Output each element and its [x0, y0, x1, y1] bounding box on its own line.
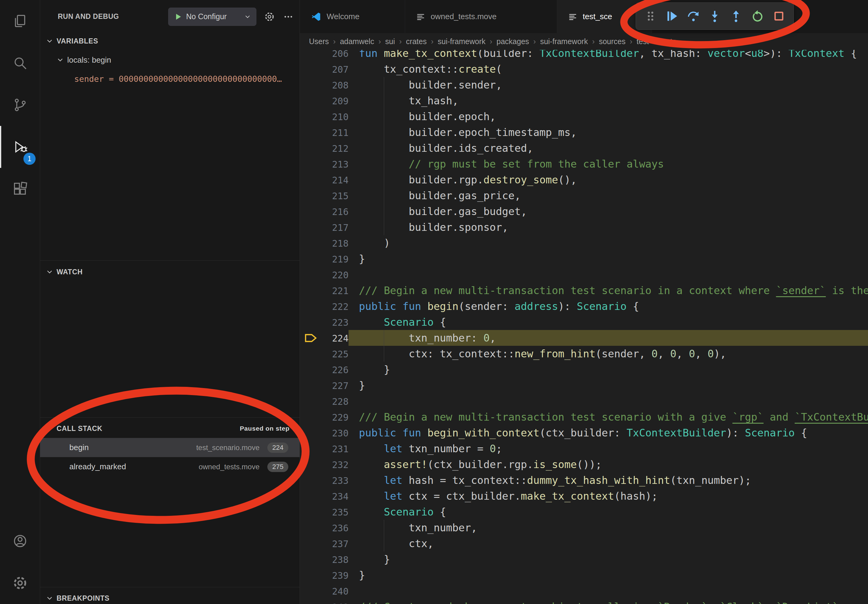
code-text[interactable]: /// Begin a new multi-transaction test s…: [349, 283, 868, 298]
code-text[interactable]: let txn_number = 0;: [349, 441, 868, 457]
code-text[interactable]: txn_number,: [349, 520, 868, 536]
gutter[interactable]: 228: [300, 393, 349, 409]
gutter[interactable]: 233: [300, 472, 349, 488]
gutter[interactable]: 237: [300, 536, 349, 551]
gutter[interactable]: 209: [300, 93, 349, 108]
gutter[interactable]: 231: [300, 441, 349, 457]
activity-item-settings[interactable]: [0, 562, 40, 604]
activity-item-source-control[interactable]: [0, 84, 40, 126]
activity-item-search[interactable]: [0, 42, 40, 84]
breadcrumb-item[interactable]: crates: [406, 37, 427, 46]
code-text[interactable]: builder.ids_created,: [349, 140, 868, 156]
code-text[interactable]: }: [349, 567, 868, 583]
callstack-frame-already-marked[interactable]: already_marked owned_tests.move 275: [40, 457, 299, 476]
call-stack-section-header[interactable]: CALL STACK Paused on step: [40, 419, 299, 438]
breadcrumb-item[interactable]: te: [660, 37, 677, 46]
variable-row[interactable]: sender = 0000000000000000000000000000000…: [40, 69, 299, 88]
stop-button[interactable]: [770, 7, 787, 25]
gutter[interactable]: 225: [300, 346, 349, 362]
gutter[interactable]: 241: [300, 599, 349, 604]
gutter[interactable]: 232: [300, 457, 349, 472]
views-more-actions-button[interactable]: [279, 7, 298, 26]
gutter[interactable]: 230: [300, 425, 349, 441]
code-text[interactable]: fun make_tx_context(builder: TxContextBu…: [349, 50, 868, 61]
gutter[interactable]: 221: [300, 283, 349, 298]
watch-section-header[interactable]: WATCH: [40, 262, 299, 281]
code-text[interactable]: }: [349, 362, 868, 378]
breadcrumb-item[interactable]: test: [637, 37, 649, 46]
gutter[interactable]: 217: [300, 219, 349, 235]
gutter[interactable]: 219: [300, 251, 349, 267]
activity-item-run-and-debug[interactable]: 1: [0, 126, 40, 168]
code-text[interactable]: tx_context::create(: [349, 61, 868, 77]
gutter[interactable]: 236: [300, 520, 349, 536]
code-text[interactable]: builder.sponsor,: [349, 219, 868, 235]
gutter[interactable]: 220: [300, 267, 349, 283]
code-text[interactable]: ): [349, 235, 868, 251]
gutter[interactable]: 210: [300, 108, 349, 124]
code-text[interactable]: }: [349, 251, 868, 267]
code-text[interactable]: txn_number: 0,: [349, 330, 868, 346]
code-text[interactable]: public fun begin(sender: address): Scena…: [349, 298, 868, 314]
gutter[interactable]: 222: [300, 298, 349, 314]
code-text[interactable]: assert!(ctx_builder.rgp.is_some());: [349, 457, 868, 472]
variables-section-header[interactable]: VARIABLES: [40, 32, 299, 51]
tab-owned-tests-move[interactable]: owned_tests.move: [405, 0, 557, 33]
breadcrumb-item[interactable]: Users: [309, 37, 329, 46]
gutter[interactable]: 224: [300, 330, 349, 346]
code-text[interactable]: [349, 267, 868, 283]
code-text[interactable]: [349, 393, 868, 409]
code-text[interactable]: builder.gas_price,: [349, 187, 868, 203]
gutter[interactable]: 229: [300, 409, 349, 425]
breadcrumb-item[interactable]: adamwelc: [340, 37, 374, 46]
code-text[interactable]: let hash = tx_context::dummy_tx_hash_wit…: [349, 472, 868, 488]
gutter[interactable]: 208: [300, 77, 349, 93]
callstack-frame-begin[interactable]: begin test_scenario.move 224: [40, 438, 299, 457]
gutter[interactable]: 238: [300, 551, 349, 567]
code-text[interactable]: let ctx = ctx_builder.make_tx_context(ha…: [349, 488, 868, 504]
code-text[interactable]: [349, 583, 868, 599]
tab-welcome[interactable]: Welcome: [300, 0, 405, 33]
code-text[interactable]: // rgp must be set from the caller alway…: [349, 156, 868, 172]
step-out-button[interactable]: [727, 7, 744, 25]
code-text[interactable]: }: [349, 378, 868, 393]
breadcrumb-item[interactable]: sui-framework: [438, 37, 485, 46]
gutter[interactable]: 206: [300, 50, 349, 61]
variables-scope-row[interactable]: locals: begin: [40, 51, 299, 69]
breadcrumb-item[interactable]: sui: [385, 37, 395, 46]
gutter[interactable]: 223: [300, 314, 349, 330]
restart-button[interactable]: [749, 7, 766, 25]
gutter[interactable]: 214: [300, 172, 349, 187]
gutter[interactable]: 213: [300, 156, 349, 172]
gutter[interactable]: 239: [300, 567, 349, 583]
code-text[interactable]: Scenario {: [349, 504, 868, 520]
step-into-button[interactable]: [706, 7, 723, 25]
code-text[interactable]: Scenario {: [349, 314, 868, 330]
gutter[interactable]: 240: [300, 583, 349, 599]
gutter[interactable]: 216: [300, 203, 349, 219]
breadcrumb-item[interactable]: packages: [497, 37, 529, 46]
code-text[interactable]: builder.sender,: [349, 77, 868, 93]
code-text[interactable]: public fun begin_with_context(ctx_builde…: [349, 425, 868, 441]
gutter[interactable]: 211: [300, 124, 349, 140]
run-config-dropdown[interactable]: No Configur: [168, 8, 256, 26]
debug-settings-gear-button[interactable]: [260, 7, 279, 26]
gutter[interactable]: 207: [300, 61, 349, 77]
code-text[interactable]: }: [349, 551, 868, 567]
activity-item-account[interactable]: [0, 520, 40, 562]
gutter[interactable]: 218: [300, 235, 349, 251]
code-text[interactable]: tx_hash,: [349, 93, 868, 108]
activity-item-extensions[interactable]: [0, 168, 40, 210]
code-text[interactable]: builder.gas_budget,: [349, 203, 868, 219]
gutter[interactable]: 212: [300, 140, 349, 156]
gutter[interactable]: 235: [300, 504, 349, 520]
code-text[interactable]: ctx: tx_context::new_from_hint(sender, 0…: [349, 346, 868, 362]
continue-button[interactable]: [663, 7, 680, 25]
breakpoints-section-header[interactable]: BREAKPOINTS: [40, 589, 299, 604]
code-text[interactable]: /// Creates and shares system objects, a…: [349, 599, 868, 604]
breadcrumb-item[interactable]: sources: [599, 37, 626, 46]
gutter[interactable]: 227: [300, 378, 349, 393]
code-text[interactable]: builder.epoch_timestamp_ms,: [349, 124, 868, 140]
activity-item-explorer[interactable]: [0, 0, 40, 42]
gutter[interactable]: 226: [300, 362, 349, 378]
